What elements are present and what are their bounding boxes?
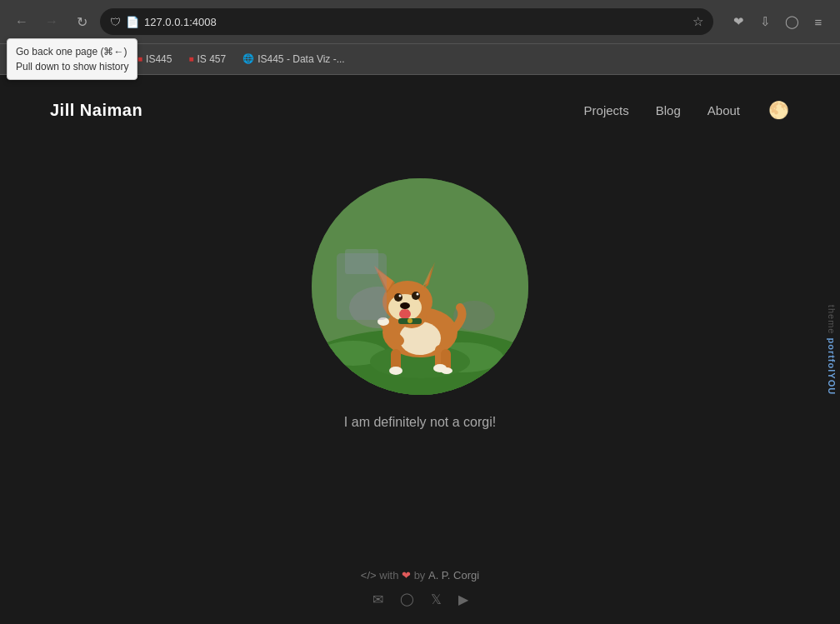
svg-rect-29 <box>345 249 378 274</box>
download-button[interactable]: ⇩ <box>753 10 777 33</box>
is445a-icon: ■ <box>138 54 142 63</box>
browser-toolbar: ← → ↻ 🛡 📄 127.0.0.1:4008 ☆ ❤ ⇩ ◯ ≡ <box>0 0 840 43</box>
security-icon: 🛡 <box>110 16 121 28</box>
back-button[interactable]: ← <box>10 10 33 33</box>
svg-point-22 <box>399 295 402 297</box>
svg-point-25 <box>399 309 411 319</box>
pocket-button[interactable]: ❤ <box>727 10 750 33</box>
author-name: A. P. Corgi <box>428 569 479 582</box>
heart-icon: ❤ <box>402 569 411 582</box>
code-icon: </> <box>361 569 377 582</box>
menu-button[interactable]: ≡ <box>807 10 830 33</box>
theme-attribution: theme portfolYOU <box>823 297 840 401</box>
with-text: with <box>379 569 402 582</box>
nav-links: Projects Blog About 🌕 <box>584 98 790 122</box>
back-tooltip: Go back one page (⌘←) Pull down to show … <box>7 38 138 80</box>
theme-toggle-button[interactable]: 🌕 <box>767 98 790 122</box>
site-logo: Jill Naiman <box>50 101 142 120</box>
twitter-link[interactable]: 𝕏 <box>431 592 442 607</box>
svg-point-27 <box>408 318 412 323</box>
avatar-image <box>312 178 528 395</box>
is457-label: IS 457 <box>197 53 226 65</box>
svg-point-23 <box>417 293 419 296</box>
bookmark-is457[interactable]: ■ IS 457 <box>182 51 232 67</box>
tooltip-line2: Pull down to show history <box>16 59 128 74</box>
url-display: 127.0.0.1:4008 <box>144 16 688 28</box>
site-main: I am definitely not a corgi! <box>0 145 840 430</box>
is445b-label: IS445 - Data Viz -... <box>258 53 345 65</box>
github-link[interactable]: ◯ <box>400 592 414 607</box>
bookmark-is445b[interactable]: 🌐 IS445 - Data Viz -... <box>236 51 352 67</box>
address-bar[interactable]: 🛡 📄 127.0.0.1:4008 ☆ <box>100 8 713 35</box>
nav-blog[interactable]: Blog <box>656 103 681 117</box>
page-icon: 📄 <box>126 16 139 28</box>
nav-projects[interactable]: Projects <box>584 103 629 117</box>
by-text: by <box>414 569 428 582</box>
site-nav: Jill Naiman Projects Blog About 🌕 <box>0 75 840 145</box>
bookmark-is445a[interactable]: ■ IS445 <box>131 51 178 67</box>
svg-point-21 <box>412 292 420 300</box>
is445b-icon: 🌐 <box>242 53 254 64</box>
svg-point-15 <box>441 367 452 374</box>
footer-credit: </> with ❤ by A. P. Corgi <box>17 569 823 582</box>
svg-point-14 <box>389 367 402 375</box>
website-content: Jill Naiman Projects Blog About 🌕 <box>0 75 840 624</box>
theme-prefix: theme <box>827 304 837 337</box>
nav-about[interactable]: About <box>708 103 740 117</box>
is445a-label: IS445 <box>146 53 172 65</box>
star-icon[interactable]: ☆ <box>692 14 703 29</box>
reload-button[interactable]: ↻ <box>70 10 93 33</box>
svg-point-24 <box>400 302 410 309</box>
youtube-link[interactable]: ▶ <box>458 592 468 607</box>
email-link[interactable]: ✉ <box>372 592 383 607</box>
tooltip-line1: Go back one page (⌘←) <box>16 44 128 59</box>
social-links: ✉ ◯ 𝕏 ▶ <box>17 592 823 607</box>
extensions-button[interactable]: ◯ <box>780 10 803 33</box>
theme-name: portfolYOU <box>827 337 837 395</box>
site-caption: I am definitely not a corgi! <box>344 415 496 430</box>
site-footer: </> with ❤ by A. P. Corgi ✉ ◯ 𝕏 ▶ <box>0 552 840 624</box>
is457-icon: ■ <box>188 54 193 63</box>
forward-button[interactable]: → <box>40 10 63 33</box>
toolbar-icons: ❤ ⇩ ◯ ≡ <box>727 10 830 33</box>
svg-point-20 <box>394 293 402 302</box>
